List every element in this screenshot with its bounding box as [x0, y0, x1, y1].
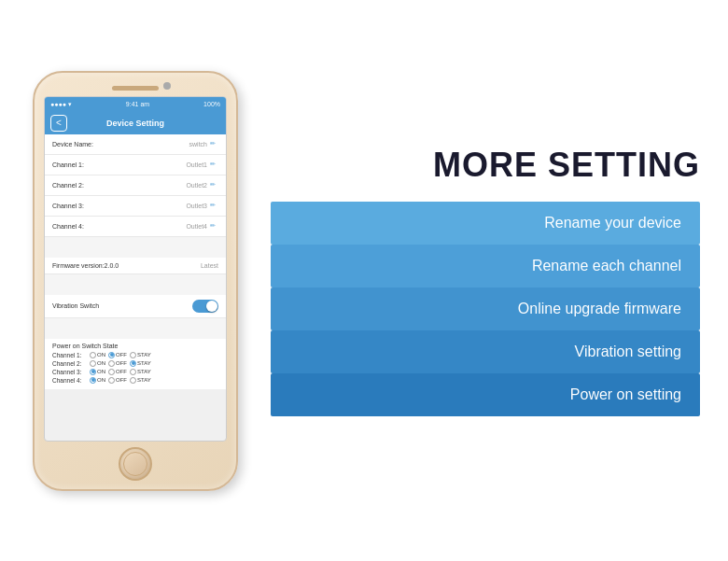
feature-5-label: Power on setting: [570, 386, 681, 402]
radio-on-label: ON: [97, 352, 105, 358]
power-ch2-label: Channel 2:: [52, 360, 86, 367]
power-section-title: Power on Switch State: [52, 343, 218, 349]
radio-ch3-off-label: OFF: [116, 369, 127, 374]
radio-ch3-stay-label: STAY: [137, 369, 151, 374]
power-ch3-row: Channel 3: ON OFF: [52, 369, 218, 375]
radio-ch2-off-label: OFF: [116, 360, 127, 366]
channel2-value: Outlet2 ✏: [186, 181, 218, 189]
power-ch4-off[interactable]: OFF: [108, 377, 127, 384]
radio-ch4-off-label: OFF: [116, 377, 127, 383]
firmware-status: Latest: [201, 262, 218, 269]
channel1-label: Channel 1:: [52, 161, 84, 168]
feature-4-label: Vibration setting: [575, 344, 681, 359]
phone-speaker: [112, 86, 159, 91]
separator3: [45, 318, 226, 339]
radio-ch2-on-label: ON: [97, 360, 105, 366]
power-ch3-off[interactable]: OFF: [108, 369, 127, 375]
feature-rename-device: Rename your device: [271, 202, 700, 245]
radio-stay-label: STAY: [137, 352, 151, 358]
setting-content: Device Name: switch ✏ Channel 1: Outlet1…: [45, 134, 226, 389]
device-name-row: Device Name: switch ✏: [45, 134, 226, 155]
power-ch1-label: Channel 1:: [52, 352, 86, 358]
power-ch2-off[interactable]: OFF: [108, 360, 127, 367]
main-title: MORE SETTING: [433, 146, 700, 185]
power-ch2-on[interactable]: ON: [90, 360, 105, 367]
vibration-row: Vibration Switch: [45, 295, 226, 318]
firmware-label: Firmware version:2.0.0: [52, 262, 119, 269]
radio-off-circle: [108, 352, 115, 358]
radio-ch2-stay-label: STAY: [137, 360, 151, 366]
feature-vibration-setting: Vibration setting: [271, 330, 700, 373]
power-ch1-off[interactable]: OFF: [108, 352, 127, 358]
vibration-label: Vibration Switch: [52, 302, 99, 309]
back-button[interactable]: <: [50, 115, 67, 132]
radio-ch3-stay-circle: [130, 369, 136, 375]
toggle-knob: [206, 301, 217, 312]
radio-ch4-on-circle: [90, 377, 96, 384]
phone-body: ●●●● ▾ 9:41 am 100% < Device Setting Dev…: [33, 71, 238, 491]
feature-upgrade-firmware: Online upgrade firmware: [271, 288, 700, 330]
power-ch1-row: Channel 1: ON OFF: [52, 352, 218, 358]
power-ch3-stay[interactable]: STAY: [130, 369, 151, 375]
radio-ch2-stay-circle: [130, 360, 136, 367]
power-ch4-stay[interactable]: STAY: [130, 377, 151, 384]
power-ch1-options: ON OFF STAY: [90, 352, 151, 358]
feature-3-label: Online upgrade firmware: [518, 301, 681, 316]
channel3-edit-icon[interactable]: ✏: [210, 202, 218, 210]
channel3-text: Outlet3: [186, 203, 207, 209]
channel2-row: Channel 2: Outlet2 ✏: [45, 175, 226, 196]
channel2-edit-icon[interactable]: ✏: [210, 181, 218, 189]
radio-ch4-stay-circle: [130, 377, 136, 384]
radio-ch3-on-circle: [90, 369, 96, 375]
channel1-edit-icon[interactable]: ✏: [210, 161, 218, 169]
radio-off-label: OFF: [116, 352, 127, 358]
feature-power-on-setting: Power on setting: [271, 373, 700, 416]
radio-on-circle: [90, 352, 96, 358]
power-ch2-stay[interactable]: STAY: [130, 360, 151, 367]
channel1-row: Channel 1: Outlet1 ✏: [45, 155, 226, 175]
channel4-edit-icon[interactable]: ✏: [210, 222, 218, 231]
device-name-edit-icon[interactable]: ✏: [210, 140, 218, 148]
features-list: Rename your device Rename each channel O…: [271, 202, 700, 416]
status-bar: ●●●● ▾ 9:41 am 100%: [45, 97, 226, 112]
channel3-value: Outlet3 ✏: [186, 202, 218, 210]
nav-title: Device Setting: [106, 119, 164, 128]
channel4-label: Channel 4:: [52, 223, 84, 230]
power-ch4-on[interactable]: ON: [90, 377, 105, 384]
device-name-value: switch ✏: [189, 140, 218, 148]
feature-1-label: Rename your device: [544, 215, 681, 231]
separator1: [45, 237, 226, 258]
status-signal: ●●●● ▾: [50, 101, 72, 108]
radio-ch4-on-label: ON: [97, 377, 105, 383]
power-ch4-options: ON OFF STAY: [90, 377, 151, 384]
status-left: ●●●● ▾: [50, 101, 72, 108]
power-section: Power on Switch State Channel 1: ON OFF: [45, 339, 226, 389]
status-time: 9:41 am: [126, 101, 149, 107]
radio-stay-circle: [130, 352, 136, 358]
radio-ch3-off-circle: [108, 369, 115, 375]
vibration-toggle[interactable]: [192, 300, 218, 313]
power-ch1-stay[interactable]: STAY: [130, 352, 151, 358]
power-ch3-label: Channel 3:: [52, 369, 86, 375]
power-ch1-on[interactable]: ON: [90, 352, 105, 358]
nav-bar: < Device Setting: [45, 112, 226, 134]
channel3-row: Channel 3: Outlet3 ✏: [45, 196, 226, 217]
feature-2-label: Rename each channel: [532, 258, 681, 273]
home-button-inner: [123, 452, 147, 476]
phone-screen: ●●●● ▾ 9:41 am 100% < Device Setting Dev…: [44, 96, 227, 442]
radio-ch3-on-label: ON: [97, 369, 105, 374]
channel2-label: Channel 2:: [52, 182, 84, 189]
radio-ch4-stay-label: STAY: [137, 377, 151, 383]
channel4-text: Outlet4: [186, 223, 207, 230]
channel1-value: Outlet1 ✏: [186, 161, 218, 169]
power-ch3-options: ON OFF STAY: [90, 369, 151, 375]
phone-camera: [163, 82, 171, 90]
home-button[interactable]: [119, 447, 152, 481]
radio-ch4-off-circle: [108, 377, 115, 384]
radio-ch2-on-circle: [90, 360, 96, 367]
status-right: 100%: [203, 101, 220, 107]
channel4-value: Outlet4 ✏: [186, 222, 218, 231]
power-ch3-on[interactable]: ON: [90, 369, 105, 375]
phone-mockup: ●●●● ▾ 9:41 am 100% < Device Setting Dev…: [0, 52, 261, 510]
device-name-text: switch: [189, 141, 207, 147]
